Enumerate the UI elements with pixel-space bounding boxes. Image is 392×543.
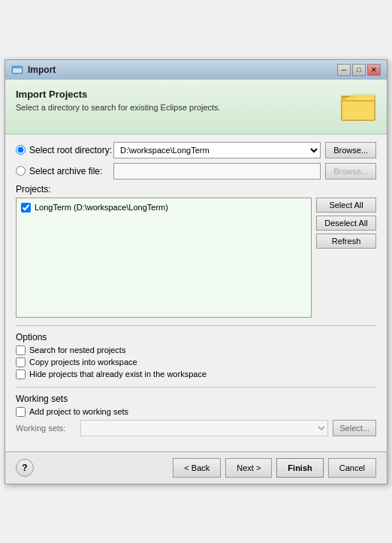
add-to-working-sets-row: Add project to working sets: [16, 407, 376, 417]
archive-browse-button[interactable]: Browse...: [325, 163, 376, 179]
root-directory-radio[interactable]: [16, 145, 26, 155]
projects-list[interactable]: LongTerm (D:\workspace\LongTerm): [16, 198, 312, 318]
back-button[interactable]: < Back: [173, 458, 221, 478]
root-directory-row: Select root directory: D:\workspace\Long…: [16, 142, 376, 158]
working-sets-select[interactable]: [80, 420, 328, 436]
refresh-button[interactable]: Refresh: [316, 234, 376, 249]
options-section: Options Search for nested projects Copy …: [16, 325, 376, 379]
copy-projects-label: Copy projects into workspace: [29, 357, 137, 367]
minimize-button[interactable]: ─: [337, 64, 351, 76]
cancel-button[interactable]: Cancel: [328, 458, 376, 478]
root-directory-label[interactable]: Select root directory:: [16, 145, 113, 155]
add-working-sets-label: Add project to working sets: [29, 407, 128, 416]
help-button[interactable]: ?: [16, 459, 34, 477]
working-sets-input-row: Working sets: Select...: [16, 420, 376, 436]
footer: ? < Back Next > Finish Cancel: [5, 451, 387, 484]
list-item: LongTerm (D:\workspace\LongTerm): [20, 201, 308, 214]
page-title: Import Projects: [16, 89, 221, 100]
footer-buttons: < Back Next > Finish Cancel: [173, 458, 376, 478]
main-content: Select root directory: D:\workspace\Long…: [5, 134, 387, 444]
page-subtitle: Select a directory to search for existin…: [16, 103, 221, 112]
archive-file-input[interactable]: [113, 163, 321, 179]
working-sets-field-label: Working sets:: [16, 424, 76, 433]
projects-area: LongTerm (D:\workspace\LongTerm) Select …: [16, 198, 376, 318]
svg-marker-7: [342, 95, 375, 101]
projects-label: Projects:: [16, 184, 376, 195]
restore-button[interactable]: □: [352, 64, 366, 76]
select-all-button[interactable]: Select All: [316, 198, 376, 213]
header-section: Import Projects Select a directory to se…: [5, 80, 387, 134]
header-text: Import Projects Select a directory to se…: [16, 89, 221, 112]
archive-file-label[interactable]: Select archive file:: [16, 166, 113, 176]
copy-projects-checkbox[interactable]: [16, 357, 26, 367]
working-sets-label: Working sets: [16, 394, 376, 404]
archive-file-radio[interactable]: [16, 166, 26, 176]
title-bar-controls: ─ □ ✕: [337, 64, 381, 76]
title-bar: Import ─ □ ✕: [5, 60, 387, 80]
working-sets-section: Working sets Add project to working sets…: [16, 387, 376, 436]
svg-rect-1: [13, 68, 22, 73]
add-working-sets-checkbox[interactable]: [16, 407, 26, 417]
nested-projects-checkbox[interactable]: [16, 345, 26, 355]
footer-left: ?: [16, 459, 34, 477]
working-sets-select-button[interactable]: Select...: [333, 420, 376, 436]
root-directory-select[interactable]: D:\workspace\LongTerm: [113, 142, 321, 158]
hide-projects-checkbox[interactable]: [16, 370, 26, 379]
window-icon: [11, 64, 23, 76]
svg-rect-2: [12, 66, 23, 68]
close-button[interactable]: ✕: [367, 64, 381, 76]
next-button[interactable]: Next >: [225, 458, 272, 478]
hide-projects-row: Hide projects that already exist in the …: [16, 370, 376, 379]
main-window: Import ─ □ ✕ Import Projects Select a di…: [5, 59, 387, 484]
deselect-all-button[interactable]: Deselect All: [316, 216, 376, 231]
finish-button[interactable]: Finish: [276, 458, 323, 478]
window-title: Import: [28, 65, 56, 75]
folder-icon: [340, 89, 376, 125]
options-label: Options: [16, 332, 376, 342]
nested-projects-row: Search for nested projects: [16, 345, 376, 355]
root-browse-button[interactable]: Browse...: [325, 142, 376, 158]
title-bar-left: Import: [11, 64, 56, 76]
svg-marker-5: [342, 101, 375, 120]
copy-projects-row: Copy projects into workspace: [16, 357, 376, 367]
project-name: LongTerm (D:\workspace\LongTerm): [35, 203, 168, 212]
archive-file-row: Select archive file: Browse...: [16, 163, 376, 179]
hide-projects-label: Hide projects that already exist in the …: [29, 370, 207, 379]
nested-projects-label: Search for nested projects: [29, 345, 125, 354]
project-checkbox[interactable]: [21, 203, 31, 213]
projects-buttons: Select All Deselect All Refresh: [316, 198, 376, 318]
